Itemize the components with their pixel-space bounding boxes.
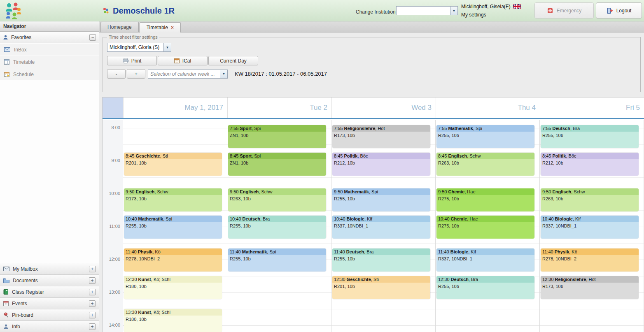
event-teacher: , Spi xyxy=(267,249,276,254)
event-subject: Biologie xyxy=(347,216,364,221)
time-label: 12:00 xyxy=(109,257,120,262)
event-time: 11:40 xyxy=(334,249,346,254)
favorites-header[interactable]: Favorites − xyxy=(0,32,99,43)
event-time: 13:30 xyxy=(126,310,138,315)
previous-week-button[interactable]: - xyxy=(107,69,126,79)
timetable-event[interactable]: 12:30 Kunst, Kö; SchlR180, 10b xyxy=(124,276,222,299)
timetable-event[interactable]: 8:45 Politik, BöcR212, 10b xyxy=(332,153,430,176)
sidebar-item-timetable[interactable]: Timetable xyxy=(0,56,99,68)
print-button[interactable]: Print xyxy=(107,56,157,65)
expand-button[interactable]: + xyxy=(89,312,96,318)
event-subject: Mathematik xyxy=(138,216,163,221)
event-header: 12:30 Geschichte, Sti xyxy=(332,276,430,283)
event-header: 9:50 Chemie, Hae xyxy=(436,188,534,195)
timetable-event[interactable]: 12:30 Geschichte, StiR201, 10b xyxy=(332,276,430,299)
day-header-monday: May 1, 2017 xyxy=(123,98,227,118)
sidebar-item-inbox[interactable]: InBox xyxy=(0,44,99,56)
timetable-event[interactable]: 10:40 Biologie, KifR337, 10NDBI_1 xyxy=(541,216,639,239)
sidebar-item-events[interactable]: Events + xyxy=(0,297,99,309)
event-subject: Englisch xyxy=(448,153,467,158)
emergency-button[interactable]: Emergency xyxy=(534,2,594,19)
event-header: 7:55 Religionslehre, Hot xyxy=(332,125,430,132)
week-select[interactable]: Selection of calender week ... ▼ xyxy=(148,70,228,79)
event-teacher: , Spi xyxy=(163,216,172,221)
sidebar-item-pin-board[interactable]: Pin-board + xyxy=(0,309,99,320)
person-select[interactable]: Micklinghoff, Gloria (S) ▼ xyxy=(107,43,171,52)
collapse-button[interactable]: − xyxy=(89,34,96,41)
timetable-event[interactable]: 12:30 Deutsch, BraR255, 10b xyxy=(436,276,534,299)
tab-homepage[interactable]: Homepage xyxy=(100,22,139,32)
event-teacher: , Kö xyxy=(152,249,161,254)
sidebar-item-my-mailbox[interactable]: My Mailbox + xyxy=(0,263,99,274)
sidebar-item-schedule[interactable]: Schedule xyxy=(0,68,99,80)
week-range-label: KW 18/2017 : 01.05.2017 - 06.05.2017 xyxy=(235,71,327,77)
timetable-event[interactable]: 9:50 Englisch, SchwR263, 10b xyxy=(228,188,326,211)
timetable-event[interactable]: 10:40 Chemie, HaeR275, 10b xyxy=(436,216,534,239)
expand-button[interactable]: + xyxy=(89,277,96,284)
my-settings-link[interactable]: My settings xyxy=(461,12,486,18)
timetable-event[interactable]: 7:55 Sport, SpiZN1, 10b xyxy=(228,125,326,148)
event-subject: Deutsch xyxy=(346,249,364,254)
timetable-event[interactable]: 11:40 Mathematik, SpiR255, 10b xyxy=(228,248,326,272)
timetable-event[interactable]: 9:50 Englisch, SchwR263, 10b xyxy=(541,188,639,211)
emergency-label: Emergency xyxy=(557,8,582,14)
event-subject: Geschichte xyxy=(135,153,160,158)
tab-label: Timetable xyxy=(147,25,168,30)
timetable-event[interactable]: 9:50 Mathematik, SpiR255, 10b xyxy=(332,188,430,211)
timetable-event[interactable]: 10:40 Biologie, KifR337, 10NDBI_1 xyxy=(332,216,430,239)
timetable-icon xyxy=(4,59,9,65)
folder-icon xyxy=(3,278,9,283)
next-week-button[interactable]: + xyxy=(127,69,145,79)
sidebar-item-documents[interactable]: Documents + xyxy=(0,274,99,286)
timetable-event[interactable]: 11:40 Deutsch, BraR255, 10b xyxy=(332,248,430,272)
expand-button[interactable]: + xyxy=(89,323,96,330)
sidebar-item-info[interactable]: Info + xyxy=(0,320,99,332)
timetable-event[interactable]: 8:45 Politik, BöcR212, 10b xyxy=(541,153,639,176)
expand-button[interactable]: + xyxy=(89,300,96,307)
current-day-button[interactable]: Current Day xyxy=(208,56,258,65)
event-teacher: , Kö; Schl xyxy=(151,277,170,282)
expand-button[interactable]: + xyxy=(89,266,96,272)
timetable-event[interactable]: 7:55 Deutsch, BraR255, 10b xyxy=(541,125,639,148)
event-time: 8:45 xyxy=(438,153,448,158)
event-header: 9:50 Englisch, Schw xyxy=(228,188,326,195)
timetable-event[interactable]: 9:50 Englisch, SchwR173, 10b xyxy=(124,188,222,211)
timetable-event[interactable]: 11:40 Physik, KöR278, 10NDBI_2 xyxy=(124,248,222,272)
event-details: R255, 10b xyxy=(332,195,430,202)
day-column-tuesday: 7:55 Sport, SpiZN1, 10b8:45 Sport, SpiZN… xyxy=(227,120,331,332)
sidebar-item-class-register[interactable]: Class Register + xyxy=(0,286,99,297)
timetable-event[interactable]: 8:45 Geschichte, StiR201, 10b xyxy=(124,153,222,176)
timetable-event[interactable]: 11:40 Physik, KöR278, 10NDBI_2 xyxy=(541,248,639,272)
event-time: 12:30 xyxy=(126,277,138,282)
timetable-event[interactable]: 7:55 Religionslehre, HotR173, 10b xyxy=(332,125,430,148)
app-window: Demoschule 1R Change Institution ▼ Mickl… xyxy=(0,0,644,332)
tab-timetable[interactable]: Timetable × xyxy=(140,22,181,33)
time-label: 9:00 xyxy=(112,158,120,163)
event-time: 8:45 xyxy=(126,153,135,158)
change-institution-select[interactable]: ▼ xyxy=(396,6,458,15)
timetable-event[interactable]: 8:45 Sport, SpiZN1, 10b xyxy=(228,153,326,176)
timetable-event[interactable]: 7:55 Mathematik, SpiR255, 10b xyxy=(436,125,534,148)
event-teacher: , Böc xyxy=(357,153,368,158)
event-header: 10:40 Biologie, Kif xyxy=(541,216,639,222)
ical-button[interactable]: ICal xyxy=(158,56,208,65)
timetable-event[interactable]: 12:30 Religionslehre, HotR173, 10b xyxy=(541,276,639,299)
close-icon[interactable]: × xyxy=(171,25,174,30)
event-teacher: , Sti xyxy=(160,153,168,158)
timetable-event[interactable]: 11:40 Biologie, KifR337, 10NDBI_1 xyxy=(436,248,534,272)
expand-button[interactable]: + xyxy=(89,289,96,295)
emergency-icon xyxy=(547,7,553,14)
tab-bar: Homepage Timetable × xyxy=(99,21,644,33)
timetable-event[interactable]: 10:40 Mathematik, SpiR255, 10b xyxy=(124,216,222,239)
event-details: R180, 10b xyxy=(124,316,222,323)
event-subject: Biologie xyxy=(555,216,573,221)
change-institution-value xyxy=(397,7,450,15)
print-label: Print xyxy=(131,58,142,64)
timetable-event[interactable]: 10:40 Deutsch, BraR255, 10b xyxy=(228,216,326,239)
timetable-event[interactable]: 8:45 Englisch, SchwR263, 10b xyxy=(436,153,534,176)
timetable-event[interactable]: 13:30 Kunst, Kö; SchlR180, 10b xyxy=(124,309,222,332)
event-teacher: , Schw xyxy=(259,189,272,194)
timetable-event[interactable]: 9:50 Chemie, HaeR275, 10b xyxy=(436,188,534,211)
event-header: 9:50 Englisch, Schw xyxy=(541,188,639,195)
logout-button[interactable]: Logout xyxy=(596,2,642,19)
